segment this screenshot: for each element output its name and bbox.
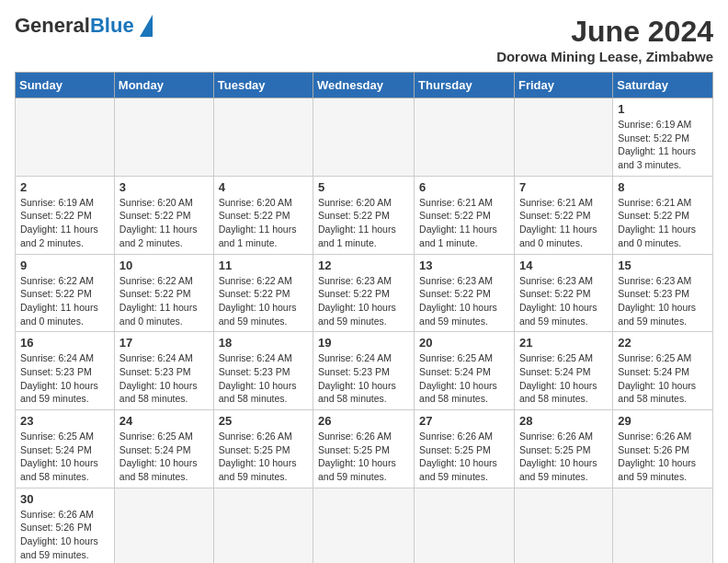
calendar-header-row: Sunday Monday Tuesday Wednesday Thursday… <box>16 73 713 98</box>
calendar-day-cell <box>514 488 612 563</box>
calendar-week-row: 2Sunrise: 6:19 AM Sunset: 5:22 PM Daylig… <box>16 176 713 254</box>
day-number: 20 <box>419 336 509 350</box>
day-number: 7 <box>519 180 608 194</box>
calendar-day-cell: 29Sunrise: 6:26 AM Sunset: 5:26 PM Dayli… <box>613 410 713 488</box>
day-number: 1 <box>618 102 708 116</box>
day-info: Sunrise: 6:22 AM Sunset: 5:22 PM Dayligh… <box>219 274 308 328</box>
calendar-day-cell <box>313 98 415 177</box>
day-number: 25 <box>219 414 308 428</box>
day-number: 27 <box>419 414 509 428</box>
day-number: 15 <box>618 259 708 272</box>
day-number: 16 <box>20 336 109 350</box>
calendar-week-row: 1Sunrise: 6:19 AM Sunset: 5:22 PM Daylig… <box>16 98 713 177</box>
logo: GeneralBlue <box>15 15 153 37</box>
day-info: Sunrise: 6:26 AM Sunset: 5:25 PM Dayligh… <box>419 430 509 484</box>
day-info: Sunrise: 6:20 AM Sunset: 5:22 PM Dayligh… <box>219 196 308 250</box>
calendar-day-cell: 17Sunrise: 6:24 AM Sunset: 5:23 PM Dayli… <box>114 332 213 410</box>
day-info: Sunrise: 6:24 AM Sunset: 5:23 PM Dayligh… <box>318 351 409 406</box>
col-tuesday: Tuesday <box>213 73 313 98</box>
calendar-day-cell: 27Sunrise: 6:26 AM Sunset: 5:25 PM Dayli… <box>415 410 515 488</box>
day-number: 19 <box>318 336 409 350</box>
col-thursday: Thursday <box>415 73 515 98</box>
day-number: 17 <box>119 336 209 350</box>
day-number: 24 <box>119 414 209 428</box>
calendar-day-cell: 16Sunrise: 6:24 AM Sunset: 5:23 PM Dayli… <box>16 332 115 410</box>
day-info: Sunrise: 6:26 AM Sunset: 5:26 PM Dayligh… <box>20 508 109 562</box>
calendar-day-cell <box>114 98 213 177</box>
calendar-day-cell: 14Sunrise: 6:23 AM Sunset: 5:22 PM Dayli… <box>514 254 612 332</box>
calendar-day-cell: 24Sunrise: 6:25 AM Sunset: 5:24 PM Dayli… <box>114 410 213 488</box>
day-info: Sunrise: 6:22 AM Sunset: 5:22 PM Dayligh… <box>20 274 109 328</box>
calendar-day-cell: 22Sunrise: 6:25 AM Sunset: 5:24 PM Dayli… <box>613 332 713 410</box>
day-info: Sunrise: 6:26 AM Sunset: 5:26 PM Dayligh… <box>618 430 708 484</box>
day-info: Sunrise: 6:23 AM Sunset: 5:22 PM Dayligh… <box>318 274 409 328</box>
calendar-day-cell <box>213 98 313 177</box>
calendar-day-cell: 2Sunrise: 6:19 AM Sunset: 5:22 PM Daylig… <box>16 176 115 254</box>
logo-icon <box>140 15 153 37</box>
location-subtitle: Dorowa Mining Lease, Zimbabwe <box>496 49 713 64</box>
day-info: Sunrise: 6:25 AM Sunset: 5:24 PM Dayligh… <box>20 430 109 484</box>
day-number: 23 <box>20 414 109 428</box>
calendar-week-row: 23Sunrise: 6:25 AM Sunset: 5:24 PM Dayli… <box>16 410 713 488</box>
day-info: Sunrise: 6:26 AM Sunset: 5:25 PM Dayligh… <box>318 430 409 484</box>
day-number: 8 <box>618 180 708 194</box>
col-saturday: Saturday <box>613 73 713 98</box>
day-info: Sunrise: 6:23 AM Sunset: 5:22 PM Dayligh… <box>519 274 608 328</box>
calendar-table: Sunday Monday Tuesday Wednesday Thursday… <box>15 72 713 563</box>
calendar-week-row: 30Sunrise: 6:26 AM Sunset: 5:26 PM Dayli… <box>16 488 713 563</box>
calendar-day-cell: 18Sunrise: 6:24 AM Sunset: 5:23 PM Dayli… <box>213 332 313 410</box>
calendar-day-cell: 4Sunrise: 6:20 AM Sunset: 5:22 PM Daylig… <box>213 176 313 254</box>
calendar-day-cell <box>415 98 515 177</box>
calendar-day-cell: 7Sunrise: 6:21 AM Sunset: 5:22 PM Daylig… <box>514 176 612 254</box>
calendar-day-cell: 23Sunrise: 6:25 AM Sunset: 5:24 PM Dayli… <box>16 410 115 488</box>
calendar-day-cell: 3Sunrise: 6:20 AM Sunset: 5:22 PM Daylig… <box>114 176 213 254</box>
day-info: Sunrise: 6:21 AM Sunset: 5:22 PM Dayligh… <box>618 196 708 250</box>
calendar-day-cell: 30Sunrise: 6:26 AM Sunset: 5:26 PM Dayli… <box>16 488 115 563</box>
day-info: Sunrise: 6:25 AM Sunset: 5:24 PM Dayligh… <box>419 351 509 406</box>
calendar-day-cell <box>415 488 515 563</box>
day-info: Sunrise: 6:20 AM Sunset: 5:22 PM Dayligh… <box>119 196 209 250</box>
day-info: Sunrise: 6:24 AM Sunset: 5:23 PM Dayligh… <box>119 351 209 406</box>
day-info: Sunrise: 6:19 AM Sunset: 5:22 PM Dayligh… <box>618 118 708 172</box>
calendar-day-cell: 21Sunrise: 6:25 AM Sunset: 5:24 PM Dayli… <box>514 332 612 410</box>
day-info: Sunrise: 6:19 AM Sunset: 5:22 PM Dayligh… <box>20 196 109 250</box>
day-number: 28 <box>519 414 608 428</box>
day-number: 2 <box>20 180 109 194</box>
day-number: 6 <box>419 180 509 194</box>
calendar-day-cell: 26Sunrise: 6:26 AM Sunset: 5:25 PM Dayli… <box>313 410 415 488</box>
calendar-day-cell: 8Sunrise: 6:21 AM Sunset: 5:22 PM Daylig… <box>613 176 713 254</box>
calendar-day-cell: 20Sunrise: 6:25 AM Sunset: 5:24 PM Dayli… <box>415 332 515 410</box>
day-number: 22 <box>618 336 708 350</box>
day-info: Sunrise: 6:21 AM Sunset: 5:22 PM Dayligh… <box>519 196 608 250</box>
day-info: Sunrise: 6:21 AM Sunset: 5:22 PM Dayligh… <box>419 196 509 250</box>
calendar-day-cell <box>514 98 612 177</box>
day-number: 4 <box>219 180 308 194</box>
col-wednesday: Wednesday <box>313 73 415 98</box>
calendar-day-cell: 28Sunrise: 6:26 AM Sunset: 5:25 PM Dayli… <box>514 410 612 488</box>
col-monday: Monday <box>114 73 213 98</box>
calendar-day-cell: 19Sunrise: 6:24 AM Sunset: 5:23 PM Dayli… <box>313 332 415 410</box>
title-area: June 2024 Dorowa Mining Lease, Zimbabwe <box>496 15 713 64</box>
calendar-week-row: 9Sunrise: 6:22 AM Sunset: 5:22 PM Daylig… <box>16 254 713 332</box>
day-info: Sunrise: 6:25 AM Sunset: 5:24 PM Dayligh… <box>618 351 708 406</box>
day-info: Sunrise: 6:24 AM Sunset: 5:23 PM Dayligh… <box>20 351 109 406</box>
day-info: Sunrise: 6:20 AM Sunset: 5:22 PM Dayligh… <box>318 196 409 250</box>
day-number: 14 <box>519 259 608 272</box>
calendar-day-cell: 25Sunrise: 6:26 AM Sunset: 5:25 PM Dayli… <box>213 410 313 488</box>
day-number: 29 <box>618 414 708 428</box>
day-info: Sunrise: 6:23 AM Sunset: 5:23 PM Dayligh… <box>618 274 708 328</box>
calendar-day-cell: 5Sunrise: 6:20 AM Sunset: 5:22 PM Daylig… <box>313 176 415 254</box>
col-friday: Friday <box>514 73 612 98</box>
calendar-week-row: 16Sunrise: 6:24 AM Sunset: 5:23 PM Dayli… <box>16 332 713 410</box>
calendar-day-cell: 15Sunrise: 6:23 AM Sunset: 5:23 PM Dayli… <box>613 254 713 332</box>
day-info: Sunrise: 6:23 AM Sunset: 5:22 PM Dayligh… <box>419 274 509 328</box>
day-number: 30 <box>20 492 109 506</box>
day-info: Sunrise: 6:22 AM Sunset: 5:22 PM Dayligh… <box>119 274 209 328</box>
day-info: Sunrise: 6:26 AM Sunset: 5:25 PM Dayligh… <box>519 430 608 484</box>
calendar-day-cell: 13Sunrise: 6:23 AM Sunset: 5:22 PM Dayli… <box>415 254 515 332</box>
day-number: 26 <box>318 414 409 428</box>
day-number: 21 <box>519 336 608 350</box>
day-number: 12 <box>318 259 409 272</box>
day-info: Sunrise: 6:25 AM Sunset: 5:24 PM Dayligh… <box>119 430 209 484</box>
calendar-day-cell <box>213 488 313 563</box>
